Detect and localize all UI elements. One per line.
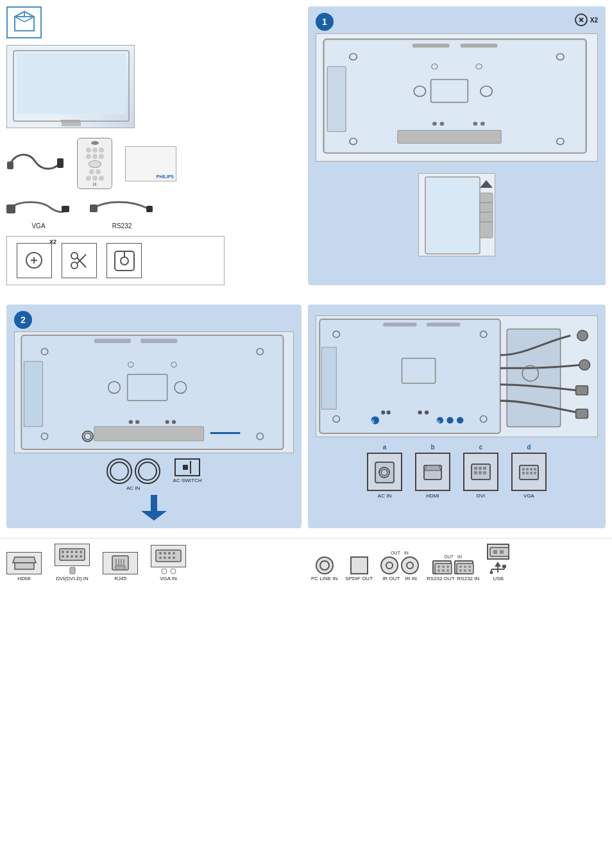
- svg-rect-45: [480, 193, 493, 238]
- ac-in-connector: a AC IN: [367, 444, 402, 499]
- svg-point-140: [159, 552, 162, 555]
- svg-point-39: [439, 122, 444, 126]
- svg-rect-114: [534, 468, 536, 471]
- svg-rect-73: [319, 319, 500, 433]
- step1-x2: X2: [574, 13, 598, 27]
- dvi-bottom-icon: [55, 544, 90, 566]
- svg-point-151: [386, 562, 393, 569]
- vga-in-bottom-label: VGA IN: [160, 576, 177, 582]
- svg-rect-109: [483, 471, 486, 474]
- rs232-in-header: IN: [457, 555, 462, 559]
- svg-rect-139: [156, 550, 181, 562]
- svg-point-21: [121, 257, 128, 265]
- svg-rect-98: [375, 462, 394, 483]
- hdmi-connector: b HDMI: [415, 444, 450, 499]
- spdif-out-label: SPDIF OUT: [345, 576, 373, 582]
- svg-point-165: [464, 569, 466, 572]
- section-2: 2: [0, 298, 612, 535]
- svg-point-94: [579, 360, 590, 370]
- svg-point-17: [71, 262, 78, 269]
- wrench-icon: [106, 243, 142, 278]
- monitor-side-diagram: [418, 173, 495, 256]
- svg-point-63: [135, 420, 139, 424]
- svg-point-62: [129, 420, 133, 424]
- svg-rect-108: [479, 471, 482, 474]
- section2-ac-in-label: AC IN: [378, 493, 391, 499]
- svg-point-150: [320, 561, 329, 570]
- svg-point-41: [480, 122, 485, 126]
- svg-rect-5: [17, 53, 126, 114]
- hdmi-bottom-item: HDMI: [6, 552, 42, 582]
- svg-rect-92: [507, 329, 560, 426]
- rs232-in-icon: [454, 560, 473, 574]
- svg-point-142: [168, 552, 171, 555]
- rs232-out-icon: [432, 560, 452, 574]
- svg-point-157: [438, 569, 440, 572]
- svg-rect-120: [15, 563, 34, 569]
- rs232-out-in-item: OUT IN: [427, 555, 479, 582]
- monitor-back-diagram-2: [14, 331, 294, 453]
- svg-point-81: [381, 410, 385, 414]
- ac-switch-icon: [174, 458, 200, 476]
- cables-row: VGA RS232: [6, 197, 302, 230]
- svg-point-38: [432, 122, 437, 126]
- svg-rect-60: [24, 362, 42, 427]
- usb-icon: [487, 544, 509, 560]
- svg-rect-0: [15, 17, 34, 31]
- ac-in-connector-box: [367, 453, 402, 491]
- svg-marker-102: [425, 465, 441, 471]
- ir-in-icon: [401, 556, 419, 574]
- svg-point-129: [71, 555, 73, 558]
- svg-point-155: [442, 565, 445, 568]
- ac-switch-label: AC SWITCH: [173, 478, 202, 484]
- ac-in-circle-inner-2: [138, 462, 157, 481]
- monitor-cables-diagram: a b: [316, 315, 598, 437]
- bottom-connectors-section: HDMI: [0, 538, 612, 587]
- svg-rect-115: [522, 472, 525, 474]
- svg-point-175: [490, 571, 493, 574]
- arrow-down-indicator: [14, 495, 294, 521]
- svg-text:a: a: [371, 419, 375, 424]
- svg-rect-8: [57, 158, 64, 168]
- svg-rect-160: [457, 563, 473, 574]
- ir-out-in-header: OUT IN: [391, 551, 409, 555]
- svg-point-146: [168, 556, 171, 559]
- scissors-icon: [62, 243, 97, 278]
- svg-rect-134: [115, 565, 125, 570]
- vga-connector-box: [511, 453, 547, 491]
- ac-switch-icon-wrap: AC SWITCH: [173, 458, 202, 492]
- svg-rect-51: [94, 338, 131, 343]
- monitor-image: [6, 45, 135, 128]
- ac-in-circle-outer: [106, 458, 132, 484]
- vga-in-bottom-item: VGA IN: [151, 545, 186, 582]
- vga-connector: d VGA: [511, 444, 547, 499]
- svg-point-130: [75, 555, 78, 558]
- step1-x2-label: X2: [590, 17, 598, 24]
- svg-point-149: [171, 569, 176, 574]
- svg-point-83: [418, 410, 422, 414]
- ac-in-circle-2: [135, 458, 160, 484]
- remote-control-icon: ||||: [77, 138, 112, 189]
- rj45-bottom-label: RJ45: [114, 576, 126, 582]
- step1-badge: 1: [316, 13, 334, 31]
- svg-rect-37: [398, 130, 501, 143]
- svg-point-141: [164, 552, 166, 555]
- rs232-out-in-header: OUT IN: [444, 555, 462, 559]
- svg-rect-10: [62, 206, 69, 212]
- pc-line-in-icon: [316, 556, 334, 574]
- ac-in-a-label: a: [383, 444, 387, 451]
- dvi-bottom-label: DVI(DVI-D) IN: [56, 576, 89, 582]
- power-icons-row: AC IN AC SWITCH: [14, 458, 294, 492]
- svg-point-65: [172, 420, 176, 424]
- svg-rect-31: [412, 44, 450, 47]
- spdif-out-item: SPDIF OUT: [345, 556, 373, 582]
- rs232-out-label: RS232 OUT: [427, 576, 455, 582]
- svg-rect-167: [490, 547, 509, 556]
- rj45-bottom-icon: [103, 552, 138, 574]
- svg-rect-117: [530, 472, 532, 474]
- top-section: |||| PHILIPS VGA: [0, 0, 612, 292]
- svg-rect-71: [151, 495, 157, 511]
- rs232-label: RS232: [112, 222, 132, 230]
- svg-point-166: [468, 569, 471, 572]
- svg-rect-153: [435, 563, 452, 574]
